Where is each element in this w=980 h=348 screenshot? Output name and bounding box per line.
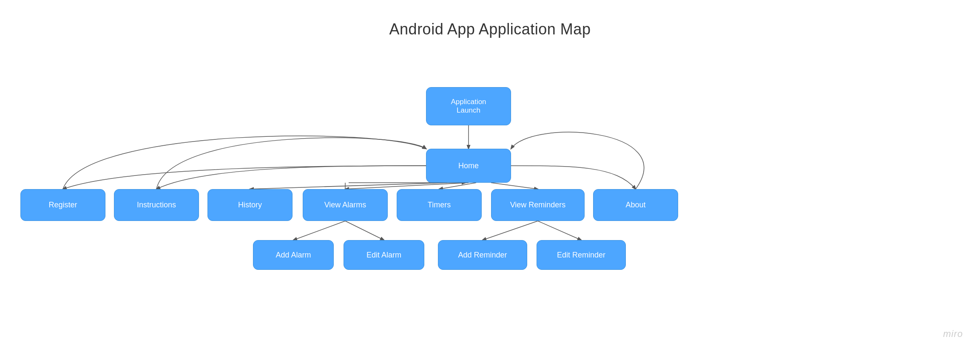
node-about[interactable]: About <box>593 189 678 221</box>
node-view-alarms[interactable]: View Alarms <box>303 189 388 221</box>
node-history[interactable]: History <box>207 189 293 221</box>
node-view-reminders[interactable]: View Reminders <box>491 189 585 221</box>
node-app-launch[interactable]: ApplicationLaunch <box>426 87 511 125</box>
node-edit-alarm[interactable]: Edit Alarm <box>344 240 424 270</box>
diagram-container: ApplicationLaunch Home Register Instruct… <box>0 42 980 348</box>
node-home[interactable]: Home <box>426 149 511 183</box>
node-edit-reminder[interactable]: Edit Reminder <box>537 240 626 270</box>
node-instructions[interactable]: Instructions <box>114 189 199 221</box>
node-add-alarm[interactable]: Add Alarm <box>253 240 334 270</box>
node-add-reminder[interactable]: Add Reminder <box>438 240 527 270</box>
node-timers[interactable]: Timers <box>397 189 482 221</box>
miro-watermark: miro <box>943 328 963 340</box>
node-register[interactable]: Register <box>20 189 105 221</box>
page-title: Android App Application Map <box>0 0 980 38</box>
